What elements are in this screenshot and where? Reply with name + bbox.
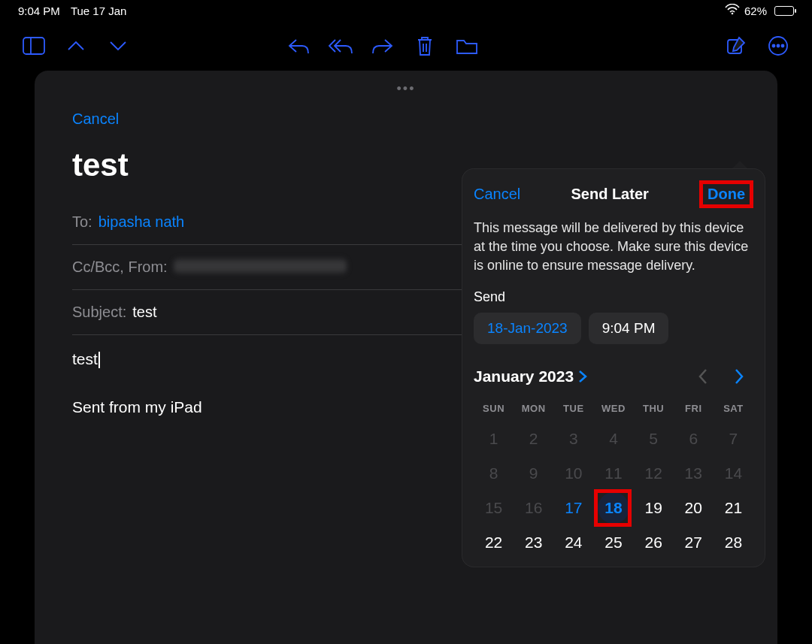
calendar-day[interactable]: 17 bbox=[553, 491, 593, 525]
to-label: To: bbox=[72, 213, 92, 231]
compose-icon[interactable] bbox=[720, 30, 752, 62]
calendar-day[interactable]: 27 bbox=[674, 525, 714, 560]
cc-from-label: Cc/Bcc, From: bbox=[72, 259, 168, 276]
calendar-day[interactable]: 22 bbox=[474, 525, 514, 560]
calendar-day[interactable]: 28 bbox=[714, 525, 753, 560]
more-icon[interactable] bbox=[762, 30, 794, 62]
battery-icon bbox=[771, 6, 794, 16]
mail-toolbar bbox=[0, 21, 812, 71]
popover-description: This message will be delivered by this d… bbox=[474, 219, 753, 276]
status-time: 9:04 PM bbox=[18, 5, 60, 17]
weekday-header: THU bbox=[634, 400, 674, 422]
status-bar: 9:04 PM Tue 17 Jan 62% bbox=[0, 0, 812, 21]
calendar-day: 3 bbox=[553, 422, 593, 456]
chevron-up-icon[interactable] bbox=[60, 30, 92, 62]
calendar-day[interactable]: 19 bbox=[634, 491, 674, 525]
done-highlight: Done bbox=[699, 180, 753, 208]
calendar-grid: SUNMONTUEWEDTHUFRISAT 123456789101112131… bbox=[474, 400, 753, 560]
popover-title: Send Later bbox=[571, 186, 648, 203]
send-later-popover: Cancel Send Later Done This message will… bbox=[462, 168, 765, 567]
chevron-down-icon[interactable] bbox=[102, 30, 134, 62]
svg-point-0 bbox=[732, 12, 734, 14]
weekday-header: SAT bbox=[714, 400, 753, 422]
calendar-day: 13 bbox=[674, 456, 714, 491]
calendar-day[interactable]: 23 bbox=[514, 525, 553, 560]
send-date-picker[interactable]: 18-Jan-2023 bbox=[474, 313, 581, 344]
trash-icon[interactable] bbox=[409, 30, 441, 62]
body-text: test bbox=[72, 350, 100, 367]
calendar-day: 1 bbox=[474, 422, 514, 456]
calendar-day[interactable]: 20 bbox=[674, 491, 714, 525]
subject-value: test bbox=[132, 304, 156, 321]
calendar-day: 14 bbox=[714, 456, 753, 491]
popover-cancel-button[interactable]: Cancel bbox=[474, 186, 520, 203]
month-year-label: January 2023 bbox=[474, 367, 574, 385]
month-year-button[interactable]: January 2023 bbox=[474, 367, 587, 385]
svg-point-6 bbox=[777, 45, 780, 47]
calendar-day: 9 bbox=[514, 456, 553, 491]
send-time-picker[interactable]: 9:04 PM bbox=[589, 313, 669, 344]
calendar-day: 2 bbox=[514, 422, 553, 456]
forward-icon[interactable] bbox=[367, 30, 398, 62]
calendar-day[interactable]: 18 bbox=[593, 491, 633, 525]
sidebar-toggle-icon[interactable] bbox=[18, 30, 50, 62]
calendar-day: 5 bbox=[634, 422, 674, 456]
weekday-header: MON bbox=[514, 400, 553, 422]
status-date: Tue 17 Jan bbox=[71, 5, 127, 17]
prev-month-button[interactable] bbox=[689, 362, 717, 391]
sheet-grabber-icon[interactable]: ••• bbox=[35, 71, 777, 97]
compose-sheet: ••• Cancel test To: bipasha nath Cc/Bcc,… bbox=[35, 71, 777, 644]
next-month-button[interactable] bbox=[725, 362, 753, 391]
calendar-day[interactable]: 21 bbox=[714, 491, 753, 525]
calendar-day[interactable]: 24 bbox=[553, 525, 593, 560]
popover-done-button[interactable]: Done bbox=[707, 186, 745, 202]
calendar-day: 10 bbox=[553, 456, 593, 491]
calendar-day[interactable]: 25 bbox=[593, 525, 633, 560]
send-label: Send bbox=[474, 289, 753, 305]
calendar-day: 15 bbox=[474, 491, 514, 525]
calendar-day[interactable]: 26 bbox=[634, 525, 674, 560]
calendar-day: 4 bbox=[593, 422, 633, 456]
wifi-icon bbox=[725, 4, 740, 18]
to-recipient[interactable]: bipasha nath bbox=[98, 213, 185, 231]
subject-label: Subject: bbox=[72, 304, 126, 321]
calendar-day: 7 bbox=[714, 422, 753, 456]
calendar-day: 6 bbox=[674, 422, 714, 456]
weekday-header: SUN bbox=[474, 400, 514, 422]
svg-point-5 bbox=[773, 45, 775, 47]
reply-icon[interactable] bbox=[283, 30, 314, 62]
from-address-redacted bbox=[174, 259, 347, 274]
cancel-button[interactable]: Cancel bbox=[72, 110, 119, 128]
weekday-header: TUE bbox=[553, 400, 593, 422]
reply-all-icon[interactable] bbox=[325, 30, 356, 62]
folder-icon[interactable] bbox=[451, 30, 483, 62]
chevron-right-icon bbox=[578, 370, 587, 383]
svg-rect-1 bbox=[23, 38, 44, 54]
weekday-header: WED bbox=[593, 400, 633, 422]
calendar-day: 16 bbox=[514, 491, 553, 525]
battery-percent: 62% bbox=[744, 5, 767, 17]
calendar-day: 12 bbox=[634, 456, 674, 491]
weekday-header: FRI bbox=[674, 400, 714, 422]
calendar-day: 11 bbox=[593, 456, 633, 491]
svg-point-7 bbox=[782, 45, 784, 47]
calendar-day: 8 bbox=[474, 456, 514, 491]
